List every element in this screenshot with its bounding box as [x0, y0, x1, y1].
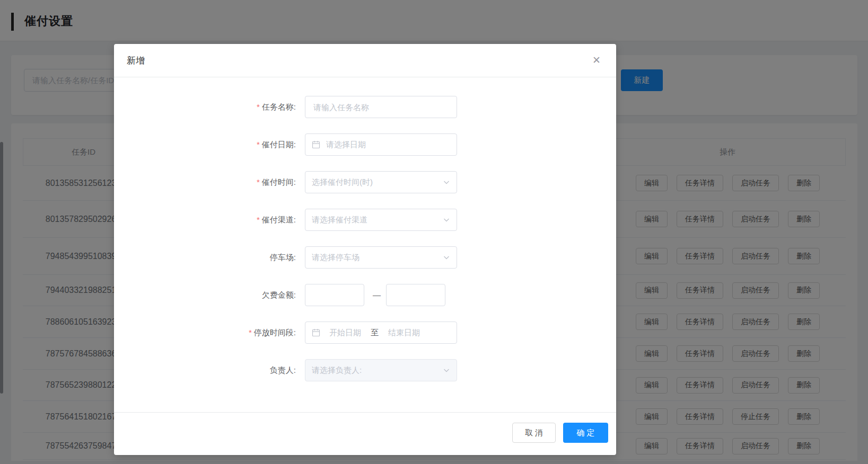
add-task-modal: 新增 ✕ *任务名称:*催付日期:请选择日期*催付时间:选择催付时间(时)*催付…	[114, 44, 616, 455]
chevron-down-icon	[443, 367, 450, 374]
form-item: 欠费金额:—	[114, 284, 616, 306]
calendar-icon	[312, 328, 320, 337]
form-item: *停放时间段:开始日期至结束日期	[114, 322, 616, 344]
vertical-scrollbar[interactable]	[0, 142, 3, 394]
calendar-icon	[312, 140, 320, 149]
required-asterisk: *	[257, 140, 260, 149]
page: 催付设置 新建 任务ID 操作 8013585312561233 编辑任务详情启…	[0, 0, 868, 464]
select[interactable]: 请选择停车场	[305, 246, 457, 269]
modal-title: 新增	[127, 55, 145, 67]
chevron-down-icon	[443, 179, 450, 186]
form-label: *停放时间段:	[114, 322, 296, 344]
date-picker[interactable]: 请选择日期	[305, 133, 457, 156]
date-range-picker[interactable]: 开始日期至结束日期	[305, 322, 457, 344]
cancel-button[interactable]: 取 消	[512, 423, 556, 443]
form-label: *任务名称:	[114, 96, 296, 118]
form-label: *催付渠道:	[114, 209, 296, 231]
chevron-down-icon	[443, 254, 450, 261]
amount-range: —	[305, 284, 457, 306]
select[interactable]: 选择催付时间(时)	[305, 171, 457, 193]
required-asterisk: *	[257, 102, 260, 111]
form-item: *任务名称:	[114, 96, 616, 118]
modal-header: 新增 ✕	[114, 44, 616, 77]
form-label: *催付时间:	[114, 171, 296, 193]
close-icon[interactable]: ✕	[589, 53, 604, 68]
modal-body: *任务名称:*催付日期:请选择日期*催付时间:选择催付时间(时)*催付渠道:请选…	[114, 77, 616, 412]
form-label: 停车场:	[114, 246, 296, 269]
form-label: 负责人:	[114, 359, 296, 381]
chevron-down-icon	[443, 216, 450, 224]
select[interactable]: 请选择催付渠道	[305, 209, 457, 231]
required-asterisk: *	[257, 177, 260, 186]
required-asterisk: *	[249, 328, 252, 337]
required-asterisk: *	[257, 215, 260, 224]
form-item: *催付时间:选择催付时间(时)	[114, 171, 616, 193]
form-item: 停车场:请选择停车场	[114, 246, 616, 269]
amount-max-input[interactable]	[386, 284, 445, 306]
form-item: *催付日期:请选择日期	[114, 133, 616, 156]
form-item: 负责人:请选择负责人:	[114, 359, 616, 381]
select[interactable]: 请选择负责人:	[305, 359, 457, 381]
form-label: 欠费金额:	[114, 284, 296, 306]
range-dash: —	[367, 284, 386, 306]
confirm-button[interactable]: 确 定	[563, 423, 608, 443]
task-name-input[interactable]	[305, 96, 457, 118]
form-item: *催付渠道:请选择催付渠道	[114, 209, 616, 231]
form-label: *催付日期:	[114, 133, 296, 156]
amount-min-input[interactable]	[305, 284, 364, 306]
text-input[interactable]	[305, 96, 457, 118]
modal-footer: 取 消 确 定	[114, 412, 616, 455]
